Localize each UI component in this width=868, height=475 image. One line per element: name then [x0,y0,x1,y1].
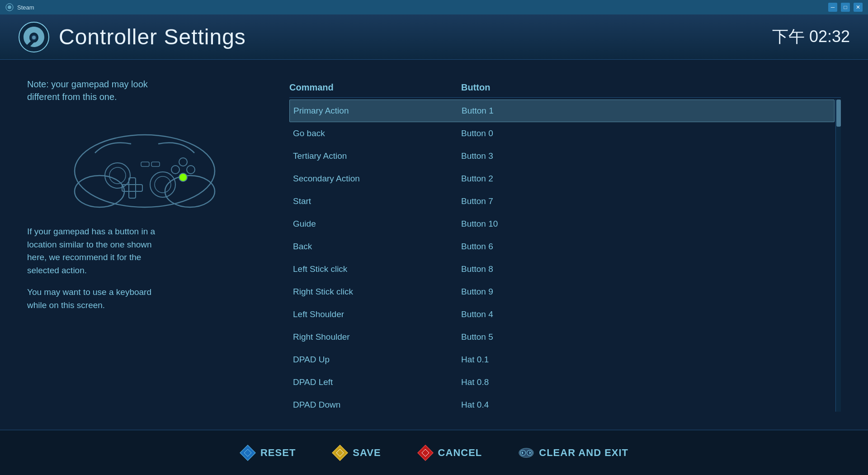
table-row[interactable]: DPAD DownHat 0.4 [289,394,835,412]
row-command: Tertiary Action [293,151,461,161]
svg-point-28 [527,450,533,456]
svg-rect-24 [418,445,433,461]
svg-point-4 [32,36,36,39]
gamepad-illustration [72,112,217,212]
svg-point-16 [187,166,195,174]
row-command: Left Shoulder [293,309,461,319]
row-button: Button 2 [461,174,831,184]
save-label: SAVE [353,447,381,459]
reset-button[interactable]: RESET [231,441,305,465]
row-command: Left Stick click [293,264,461,274]
page-title: Controller Settings [59,24,246,49]
row-button: Hat 0.1 [461,355,831,365]
svg-point-5 [75,135,215,207]
svg-point-9 [109,167,126,184]
row-button: Button 3 [461,151,831,161]
svg-rect-18 [141,162,149,166]
row-command: Go back [293,128,461,138]
titlebar-left: Steam [5,3,34,11]
row-command: Secondary Action [293,174,461,184]
row-button: Button 6 [461,242,831,252]
svg-rect-22 [332,445,348,461]
table-row[interactable]: Secondary ActionButton 2 [289,167,835,190]
row-command: Right Stick click [293,287,461,297]
close-button[interactable]: ✕ [854,3,863,12]
cancel-label: CANCEL [438,447,482,459]
keyboard-hint: You may want to use a keyboard while on … [27,286,262,312]
minimize-button[interactable]: ─ [828,3,837,12]
svg-point-15 [171,166,179,174]
table-rows: Primary ActionButton 1Go backButton 0Ter… [289,100,841,412]
svg-point-27 [520,450,526,456]
svg-point-10 [150,172,175,197]
row-button: Button 1 [462,106,830,116]
cancel-button[interactable]: CANCEL [408,441,491,465]
titlebar-controls: ─ □ ✕ [828,3,863,12]
row-command: DPAD Down [293,400,461,410]
clear-exit-button[interactable]: CLEAR AND EXIT [509,441,637,465]
row-button: Button 7 [461,196,831,206]
reset-icon [240,445,256,461]
hint-text: If your gamepad has a button in a locati… [27,225,262,277]
row-command: Right Shoulder [293,332,461,342]
svg-point-6 [75,176,124,207]
footer: RESET SAVE CANCEL CLEAR AND EXIT [0,430,868,475]
table-row[interactable]: DPAD LeftHat 0.8 [289,371,835,394]
titlebar: Steam ─ □ ✕ [0,0,868,14]
svg-point-7 [165,176,215,207]
svg-rect-20 [240,445,255,461]
table-header: Command Button [289,78,841,98]
row-button: Hat 0.4 [461,400,831,410]
titlebar-app-name: Steam [17,4,34,11]
table-row[interactable]: Left Stick clickButton 8 [289,258,835,280]
row-command: DPAD Left [293,377,461,387]
table-area: Primary ActionButton 1Go backButton 0Ter… [289,100,841,412]
save-icon [332,445,348,461]
left-panel: Note: your gamepad may look different fr… [27,78,262,412]
steam-logo-small [5,3,14,11]
save-button[interactable]: SAVE [323,441,390,465]
table-row[interactable]: Right Stick clickButton 9 [289,280,835,303]
table-row[interactable]: GuideButton 10 [289,213,835,235]
table-row[interactable]: Tertiary ActionButton 3 [289,145,835,167]
svg-point-11 [155,176,171,193]
gamepad-container [27,112,262,212]
cancel-icon [417,445,434,461]
reset-label: RESET [260,447,296,459]
table-row[interactable]: StartButton 7 [289,190,835,213]
steam-logo-large [18,21,50,53]
row-button: Button 10 [461,219,831,229]
row-button: Button 9 [461,287,831,297]
table-row[interactable]: Right ShoulderButton 5 [289,326,835,348]
svg-point-17 [179,173,187,181]
table-row[interactable]: Left ShoulderButton 4 [289,303,835,326]
row-command: Primary Action [293,106,462,116]
note-text: Note: your gamepad may look different fr… [27,78,262,103]
row-button: Button 0 [461,128,831,138]
scrollbar-thumb[interactable] [836,100,841,127]
table-row[interactable]: DPAD UpHat 0.1 [289,348,835,371]
table-row[interactable]: Primary ActionButton 1 [289,100,835,122]
row-command: Back [293,242,461,252]
row-button: Button 4 [461,309,831,319]
row-button: Hat 0.8 [461,377,831,387]
scrollbar[interactable] [835,100,841,412]
svg-rect-19 [151,162,160,166]
maximize-button[interactable]: □ [841,3,850,12]
svg-rect-12 [129,178,136,198]
col-button-header: Button [461,82,841,93]
clock: 下午 02:32 [772,26,850,48]
row-command: DPAD Up [293,355,461,365]
main-content: Note: your gamepad may look different fr… [0,60,868,430]
row-command: Start [293,196,461,206]
header: Controller Settings 下午 02:32 [0,14,868,60]
svg-point-1 [8,5,11,9]
clear-exit-label: CLEAR AND EXIT [539,447,628,459]
col-command-header: Command [289,82,461,93]
table-row[interactable]: BackButton 6 [289,235,835,258]
row-button: Button 5 [461,332,831,342]
row-button: Button 8 [461,264,831,274]
table-row[interactable]: Go backButton 0 [289,122,835,145]
svg-point-14 [179,158,187,166]
right-panel: Command Button Primary ActionButton 1Go … [289,78,841,412]
